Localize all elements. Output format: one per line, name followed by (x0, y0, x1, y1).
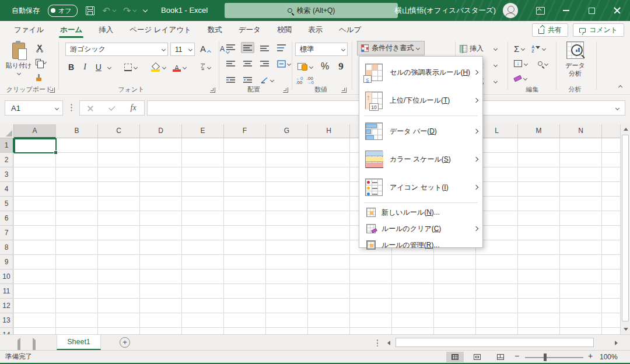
user-name[interactable]: 横山慎悟(オフィスバスターズ) (395, 6, 496, 16)
menu-item-clear-rules[interactable]: ルールのクリア(C) (359, 220, 482, 237)
row-header[interactable]: 10 (0, 270, 13, 284)
row-header[interactable]: 13 (0, 313, 13, 328)
next-sheet-button[interactable] (33, 340, 36, 351)
maximize-button[interactable] (579, 0, 604, 21)
tab-home[interactable]: ホーム (52, 21, 90, 39)
phonetic-guide-button[interactable]: ア≡ (198, 62, 212, 72)
sheet-tab-sheet1[interactable]: Sheet1 (57, 335, 101, 350)
tab-view[interactable]: 表示 (300, 21, 331, 39)
vertical-scroll-thumb[interactable] (622, 135, 629, 321)
insert-cells-button[interactable]: 挿入 (460, 44, 497, 54)
number-format-combo[interactable]: 標準 (295, 43, 348, 56)
align-bottom-button[interactable] (258, 42, 271, 53)
row-header[interactable]: 8 (0, 240, 13, 255)
avatar[interactable] (503, 3, 518, 18)
font-name-combo[interactable]: 游ゴシック (65, 43, 168, 56)
wrap-text-button[interactable] (275, 42, 288, 53)
cut-button[interactable] (34, 43, 46, 54)
expand-formula-bar-icon[interactable] (615, 106, 620, 110)
decrease-indent-button[interactable] (224, 75, 237, 86)
clipboard-dialog-launcher[interactable] (50, 88, 55, 93)
row-header[interactable]: 4 (0, 182, 13, 197)
zoom-in-button[interactable]: + (588, 351, 593, 360)
font-color-button[interactable]: A (171, 61, 188, 73)
sort-filter-button[interactable]: AZ (530, 44, 547, 54)
orientation-button[interactable] (258, 75, 276, 86)
increase-font-size-button[interactable]: A (197, 43, 214, 54)
paste-button[interactable]: 貼り付け (5, 41, 33, 92)
tab-data[interactable]: データ (230, 21, 269, 39)
menu-item-top-bottom-rules[interactable]: ↑ 10 上位/下位ルール(T) (359, 86, 482, 114)
autosave-toggle[interactable]: オフ (48, 5, 78, 17)
column-header[interactable]: G (266, 124, 308, 138)
column-header[interactable]: H (308, 124, 350, 138)
percent-style-button[interactable]: % (318, 61, 332, 72)
column-header[interactable]: D (140, 124, 182, 138)
column-header[interactable]: C (98, 124, 140, 138)
collapse-ribbon-button[interactable] (619, 80, 622, 91)
undo-button[interactable]: ↶ (103, 5, 115, 16)
menu-item-manage-rules[interactable]: ルールの管理(R)... (359, 237, 482, 253)
column-header[interactable]: A (14, 124, 56, 138)
bold-button[interactable]: B (65, 62, 77, 72)
align-top-button[interactable] (224, 42, 237, 53)
merge-center-button[interactable] (275, 58, 293, 69)
menu-item-color-scales[interactable]: カラー スケール(S) (359, 145, 482, 173)
previous-sheet-button[interactable] (18, 340, 20, 351)
vertical-scrollbar[interactable] (620, 124, 630, 334)
comments-button[interactable]: コメント (573, 23, 624, 37)
column-header[interactable]: E (182, 124, 224, 138)
row-header[interactable]: 14 (0, 328, 13, 334)
redo-button[interactable]: ↷ (123, 5, 135, 16)
customize-toolbar-chevron-icon[interactable] (143, 7, 148, 12)
tab-insert[interactable]: 挿入 (90, 21, 121, 39)
align-center-button[interactable] (241, 58, 254, 69)
underline-button[interactable]: U (93, 62, 104, 72)
increase-decimal-button[interactable]: ←0.00 (296, 76, 303, 85)
zoom-slider-track[interactable] (525, 357, 583, 358)
column-header[interactable]: N (560, 124, 602, 138)
data-analysis-button[interactable]: データ分析 (558, 41, 593, 92)
find-select-button[interactable] (536, 60, 550, 67)
zoom-level[interactable]: 100% (600, 353, 618, 361)
enter-icon[interactable] (108, 104, 115, 110)
row-header[interactable]: 7 (0, 226, 13, 240)
row-header[interactable]: 6 (0, 211, 13, 226)
column-header[interactable]: B (56, 124, 98, 138)
align-left-button[interactable] (224, 58, 237, 69)
search-box[interactable]: 検索 (Alt+Q) (225, 3, 398, 18)
ribbon-display-options-button[interactable] (527, 0, 553, 21)
scroll-left-button[interactable] (384, 338, 393, 347)
save-icon[interactable] (86, 6, 94, 15)
tab-scrollbar-splitter[interactable] (376, 339, 379, 346)
menu-item-highlight-cells-rules[interactable]: ≤ セルの強調表示ルール(H) (359, 58, 482, 86)
close-button[interactable] (604, 0, 630, 21)
conditional-formatting-button[interactable]: 条件付き書式 (357, 41, 425, 55)
active-cell-A1[interactable] (14, 138, 57, 153)
autosum-button[interactable]: Σ (512, 43, 526, 55)
menu-item-data-bars[interactable]: データ バー(D) (359, 117, 482, 145)
minimize-button[interactable] (553, 0, 579, 21)
row-header[interactable]: 11 (0, 284, 13, 299)
alignment-dialog-launcher[interactable] (283, 88, 288, 93)
row-header[interactable]: 12 (0, 299, 13, 313)
tab-file[interactable]: ファイル (6, 21, 52, 39)
fill-color-button[interactable] (149, 62, 167, 73)
fill-button[interactable]: ↓ (512, 59, 529, 68)
italic-button[interactable]: I (80, 62, 89, 72)
cells-area[interactable] (14, 138, 620, 334)
horizontal-scroll-thumb[interactable] (396, 338, 594, 347)
normal-view-button[interactable] (446, 352, 464, 362)
tab-page-layout[interactable]: ページ レイアウト (121, 21, 200, 39)
name-box[interactable]: A1 (5, 100, 63, 116)
zoom-slider-handle[interactable] (544, 354, 547, 361)
column-header[interactable]: M (518, 124, 560, 138)
tab-formulas[interactable]: 数式 (200, 21, 230, 39)
row-header[interactable]: 2 (0, 153, 13, 167)
new-sheet-button[interactable]: + (120, 337, 130, 348)
tab-help[interactable]: ヘルプ (331, 21, 369, 39)
comma-style-button[interactable]: 9 (335, 60, 346, 73)
page-layout-view-button[interactable] (468, 352, 486, 362)
menu-item-new-rule[interactable]: 新しいルール(N)... (359, 204, 482, 220)
increase-indent-button[interactable] (241, 75, 254, 86)
